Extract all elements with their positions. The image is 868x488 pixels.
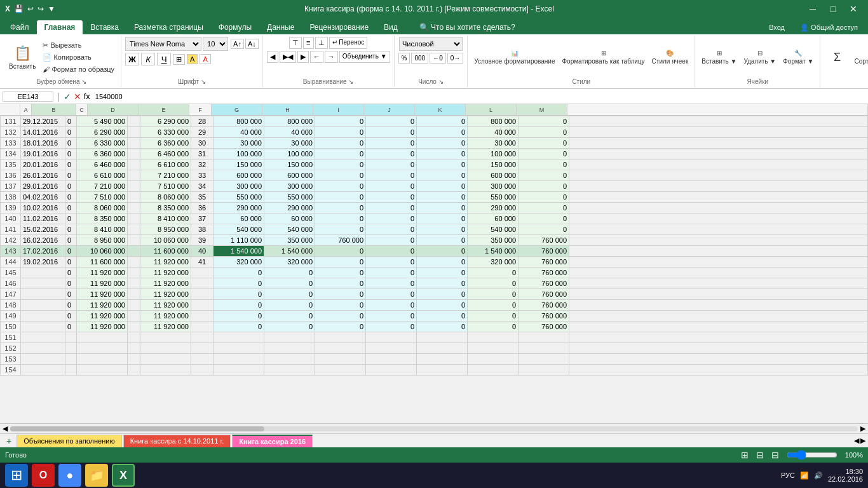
date-cell[interactable]: 11.02.2016 — [21, 214, 65, 224]
data-cell[interactable]: 29 — [191, 127, 214, 138]
data-cell[interactable]: 0 — [366, 322, 417, 332]
view-normal-icon[interactable]: ⊞ — [741, 450, 749, 460]
data-cell[interactable]: 0 — [214, 300, 264, 311]
data-cell[interactable]: 36 — [191, 203, 214, 214]
empty-cell[interactable] — [569, 203, 868, 214]
data-cell[interactable]: 0 — [417, 278, 468, 289]
data-cell[interactable]: 0 — [315, 224, 366, 235]
data-cell[interactable]: 11 920 000 — [77, 278, 128, 289]
sheet-tab-explanations[interactable]: Объяснения по заполнению — [17, 435, 121, 447]
align-right-button[interactable]: ▶ — [297, 51, 309, 63]
data-cell[interactable]: 600 000 — [468, 170, 519, 181]
scrollbar-track[interactable] — [10, 426, 858, 431]
empty-cell[interactable] — [569, 149, 868, 159]
align-center-button[interactable]: ▶◀ — [280, 51, 296, 63]
data-cell[interactable]: 0 — [417, 268, 468, 278]
data-cell[interactable]: 8 350 000 — [140, 203, 191, 214]
data-cell[interactable]: 0 — [417, 116, 468, 127]
data-cell[interactable]: 760 000 — [519, 322, 569, 332]
data-cell[interactable]: 40 000 — [214, 127, 264, 138]
empty-cell[interactable] — [569, 354, 868, 365]
date-cell[interactable] — [21, 343, 65, 354]
date-cell[interactable]: 14.01.2016 — [21, 127, 65, 138]
date-cell[interactable] — [21, 311, 65, 322]
data-cell[interactable]: 6 330 000 — [77, 138, 128, 149]
data-cell[interactable]: 11 920 000 — [140, 268, 191, 278]
data-cell[interactable]: 0 — [468, 311, 519, 322]
data-cell[interactable]: 0 — [468, 300, 519, 311]
empty-cell[interactable] — [569, 322, 868, 332]
data-cell[interactable]: 0 — [65, 192, 77, 203]
data-cell[interactable]: 11 920 000 — [140, 257, 191, 268]
empty-cell[interactable] — [569, 278, 868, 289]
empty-cell[interactable] — [569, 343, 868, 354]
data-cell[interactable]: 100 000 — [468, 149, 519, 159]
data-cell[interactable]: 7 510 000 — [140, 181, 191, 192]
quick-access-more[interactable]: ▼ — [48, 4, 55, 13]
date-cell[interactable] — [21, 322, 65, 332]
data-cell[interactable]: 11 600 000 — [77, 257, 128, 268]
date-cell[interactable] — [21, 354, 65, 365]
data-cell[interactable]: 0 — [366, 268, 417, 278]
data-cell[interactable]: 11 600 000 — [140, 246, 191, 257]
delete-cells-button[interactable]: ⊟ Удалить ▼ — [741, 48, 778, 66]
tab-search[interactable]: 🔍 Что вы хотите сделать? — [412, 20, 523, 34]
data-cell[interactable] — [191, 354, 214, 365]
data-cell[interactable]: 8 410 000 — [140, 214, 191, 224]
conditional-format-button[interactable]: 📊 Условное форматирование — [471, 48, 557, 66]
data-cell[interactable] — [140, 354, 191, 365]
data-cell[interactable]: 0 — [417, 159, 468, 170]
quick-access-undo[interactable]: ↩ — [27, 4, 34, 13]
opera-icon[interactable]: O — [32, 464, 55, 487]
cut-button[interactable]: ✂ Вырезать — [40, 40, 117, 51]
data-cell[interactable] — [315, 332, 366, 343]
data-cell[interactable]: 0 — [417, 257, 468, 268]
data-cell[interactable]: 0 — [264, 289, 315, 300]
data-cell[interactable]: 150 000 — [468, 159, 519, 170]
indent-dec-button[interactable]: ← — [310, 51, 323, 63]
data-cell[interactable]: 1 540 000 — [214, 246, 264, 257]
data-cell[interactable] — [77, 332, 128, 343]
data-cell[interactable]: 100 000 — [264, 149, 315, 159]
col-header-g[interactable]: G — [212, 104, 262, 115]
date-cell[interactable]: 17.02.2016 — [21, 246, 65, 257]
data-cell[interactable]: 150 000 — [264, 159, 315, 170]
insert-function-icon[interactable]: fx — [84, 92, 90, 101]
date-cell[interactable]: 10.02.2016 — [21, 203, 65, 214]
data-cell[interactable]: 10 060 000 — [77, 246, 128, 257]
data-cell[interactable]: 0 — [65, 214, 77, 224]
data-cell[interactable]: 0 — [65, 203, 77, 214]
cancel-formula-icon[interactable]: ✕ — [74, 92, 81, 102]
data-cell[interactable]: 0 — [366, 278, 417, 289]
empty-cell[interactable] — [569, 246, 868, 257]
data-cell[interactable] — [417, 365, 468, 376]
data-cell[interactable]: 31 — [191, 149, 214, 159]
data-cell[interactable] — [315, 354, 366, 365]
scroll-right-icon[interactable]: ▶ — [860, 424, 865, 433]
date-cell[interactable]: 26.01.2016 — [21, 170, 65, 181]
col-header-d[interactable]: D — [88, 104, 139, 115]
empty-cell[interactable] — [569, 116, 868, 127]
data-cell[interactable]: 150 000 — [214, 159, 264, 170]
view-pagebreak-icon[interactable]: ⊟ — [771, 450, 779, 460]
data-cell[interactable]: 0 — [315, 203, 366, 214]
data-cell[interactable]: 60 000 — [214, 214, 264, 224]
border-button[interactable]: ⊞ — [173, 54, 185, 65]
data-cell[interactable]: 290 000 — [468, 203, 519, 214]
formula-input[interactable] — [93, 92, 865, 101]
data-cell[interactable]: 0 — [315, 300, 366, 311]
data-cell[interactable] — [128, 181, 140, 192]
data-cell[interactable]: 0 — [65, 116, 77, 127]
bold-button[interactable]: Ж — [125, 53, 139, 65]
increase-decimal-button[interactable]: ←0 — [430, 53, 446, 64]
data-cell[interactable] — [315, 343, 366, 354]
data-cell[interactable] — [191, 365, 214, 376]
italic-button[interactable]: К — [141, 53, 155, 65]
data-cell[interactable] — [315, 365, 366, 376]
data-cell[interactable]: 0 — [519, 192, 569, 203]
data-cell[interactable]: 760 000 — [519, 268, 569, 278]
data-cell[interactable] — [519, 332, 569, 343]
data-cell[interactable]: 60 000 — [468, 214, 519, 224]
data-cell[interactable]: 7 210 000 — [140, 170, 191, 181]
data-cell[interactable]: 0 — [65, 246, 77, 257]
